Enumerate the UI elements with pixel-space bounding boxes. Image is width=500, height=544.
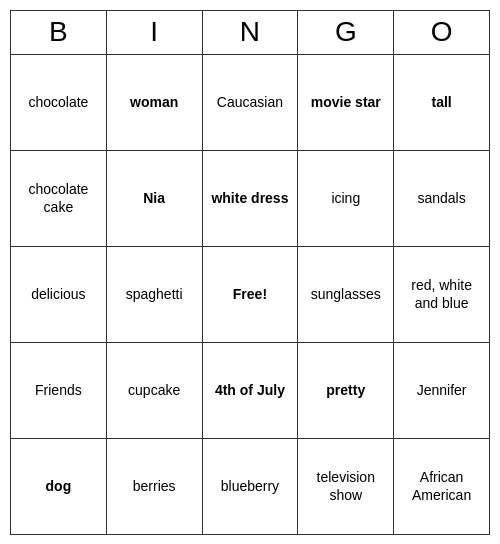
bingo-header-I: I	[106, 10, 202, 54]
bingo-cell-3-1: cupcake	[106, 342, 202, 438]
bingo-cell-4-4: African American	[394, 438, 490, 534]
bingo-cell-4-0: dog	[11, 438, 107, 534]
bingo-row-3: Friendscupcake4th of JulyprettyJennifer	[11, 342, 490, 438]
bingo-row-4: dogberriesblueberrytelevision showAfrica…	[11, 438, 490, 534]
bingo-cell-3-4: Jennifer	[394, 342, 490, 438]
bingo-cell-2-3: sunglasses	[298, 246, 394, 342]
bingo-cell-4-3: television show	[298, 438, 394, 534]
bingo-cell-2-1: spaghetti	[106, 246, 202, 342]
bingo-row-0: chocolatewomanCaucasianmovie startall	[11, 54, 490, 150]
bingo-header-O: O	[394, 10, 490, 54]
bingo-cell-0-3: movie star	[298, 54, 394, 150]
bingo-cell-3-3: pretty	[298, 342, 394, 438]
bingo-row-1: chocolate cakeNiawhite dressicingsandals	[11, 150, 490, 246]
bingo-cell-4-1: berries	[106, 438, 202, 534]
bingo-cell-0-1: woman	[106, 54, 202, 150]
bingo-cell-2-2: Free!	[202, 246, 298, 342]
bingo-header-G: G	[298, 10, 394, 54]
bingo-cell-3-0: Friends	[11, 342, 107, 438]
bingo-cell-1-4: sandals	[394, 150, 490, 246]
bingo-cell-0-0: chocolate	[11, 54, 107, 150]
bingo-header-N: N	[202, 10, 298, 54]
bingo-cell-2-0: delicious	[11, 246, 107, 342]
bingo-card: BINGO chocolatewomanCaucasianmovie start…	[10, 10, 490, 535]
bingo-cell-0-4: tall	[394, 54, 490, 150]
bingo-cell-1-1: Nia	[106, 150, 202, 246]
bingo-cell-3-2: 4th of July	[202, 342, 298, 438]
bingo-row-2: deliciousspaghettiFree!sunglassesred, wh…	[11, 246, 490, 342]
bingo-cell-4-2: blueberry	[202, 438, 298, 534]
bingo-cell-1-0: chocolate cake	[11, 150, 107, 246]
bingo-cell-0-2: Caucasian	[202, 54, 298, 150]
bingo-cell-1-3: icing	[298, 150, 394, 246]
bingo-cell-2-4: red, white and blue	[394, 246, 490, 342]
bingo-header-B: B	[11, 10, 107, 54]
bingo-cell-1-2: white dress	[202, 150, 298, 246]
